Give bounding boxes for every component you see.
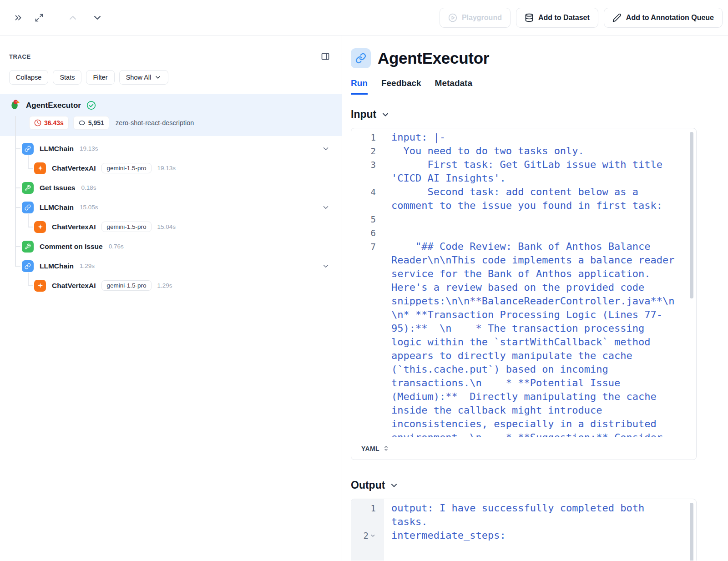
line-text: First task: Get GitLab issue with title … xyxy=(391,158,676,185)
show-all-label: Show All xyxy=(126,74,152,81)
line-number: 2 xyxy=(351,144,376,158)
output-code-viewer: 1 output: I have successfully completed … xyxy=(351,499,697,561)
chevron-down-icon xyxy=(92,12,103,23)
line-text: intermediate_steps: xyxy=(391,529,676,542)
playground-label: Playground xyxy=(462,14,502,22)
line-number: 7 xyxy=(351,240,376,437)
chevron-down-icon[interactable] xyxy=(322,203,330,212)
trace-node-comment-on-issue[interactable]: Comment on Issue 0.76s xyxy=(0,237,342,256)
chevron-down-icon[interactable] xyxy=(322,262,330,270)
line-number: 6 xyxy=(351,226,376,240)
node-duration: 15.05s xyxy=(80,204,98,211)
next-run-button[interactable] xyxy=(88,9,106,27)
trace-panel: TRACE Collapse Stats Filter Show All xyxy=(0,35,342,561)
line-number: 3 xyxy=(351,158,376,185)
node-name: Get Issues xyxy=(40,184,75,192)
database-icon xyxy=(525,13,534,22)
line-text: You need to do two tasks only. xyxy=(391,144,676,158)
output-code-area[interactable]: 1 output: I have successfully completed … xyxy=(351,499,696,561)
trace-tree: LLMChain 19.13s ChatVertexAI gemini-1.5-… xyxy=(0,139,342,295)
trace-node-llmchain-2[interactable]: LLMChain 15.05s xyxy=(0,197,342,217)
node-duration: 0.76s xyxy=(109,243,124,250)
fold-chevron-icon[interactable] xyxy=(370,533,376,539)
wrench-icon xyxy=(22,182,34,194)
output-section-header[interactable]: Output xyxy=(351,479,728,491)
show-all-dropdown[interactable]: Show All xyxy=(119,70,169,85)
code-line: 7 "## Code Review: Bank of Anthos Balanc… xyxy=(351,240,696,437)
chevron-down-icon xyxy=(381,110,390,119)
node-name: ChatVertexAI xyxy=(52,282,96,290)
scrollbar-thumb[interactable] xyxy=(690,503,693,561)
format-selector[interactable]: YAML xyxy=(351,437,696,460)
trace-node-llmchain-3[interactable]: LLMChain 1.29s xyxy=(0,256,342,276)
node-duration: 1.29s xyxy=(157,282,172,289)
add-to-annotation-queue-label: Add to Annotation Queue xyxy=(626,14,714,22)
detail-tabs: Run Feedback Metadata xyxy=(351,78,728,95)
node-name: ChatVertexAI xyxy=(52,223,96,231)
input-section-title: Input xyxy=(351,108,376,121)
filter-button[interactable]: Filter xyxy=(86,70,114,85)
line-number-value: 2 xyxy=(364,529,369,542)
pen-icon xyxy=(612,13,622,22)
node-name: LLMChain xyxy=(40,145,74,153)
add-to-annotation-queue-button[interactable]: Add to Annotation Queue xyxy=(604,8,723,28)
line-number: 1 xyxy=(351,501,376,529)
trace-root-row-agentexecutor[interactable]: AgentExecutor 36.43s 5,951 xyxy=(0,94,342,136)
code-line: 6 xyxy=(351,226,696,240)
llm-sparkle-icon xyxy=(34,162,46,174)
add-to-dataset-button[interactable]: Add to Dataset xyxy=(516,8,598,28)
run-detail-panel: AgentExecutor Run Feedback Metadata Inpu… xyxy=(342,35,728,561)
token-icon xyxy=(78,119,86,126)
filter-label: Filter xyxy=(93,74,107,81)
playground-button[interactable]: Playground xyxy=(440,8,511,28)
node-name: LLMChain xyxy=(40,203,74,212)
llm-sparkle-icon xyxy=(34,280,46,292)
scrollbar-thumb[interactable] xyxy=(690,132,693,298)
input-section-header[interactable]: Input xyxy=(351,108,728,121)
stats-button[interactable]: Stats xyxy=(53,70,81,85)
code-line: 1 input: |- xyxy=(351,131,696,144)
stats-label: Stats xyxy=(60,74,75,81)
tab-metadata[interactable]: Metadata xyxy=(435,78,472,95)
trace-node-llmchain-1[interactable]: LLMChain 19.13s xyxy=(0,139,342,158)
line-text: Second task: add content below as a comm… xyxy=(391,185,676,212)
page-title: AgentExecutor xyxy=(378,49,489,67)
sort-chevrons-icon xyxy=(383,445,389,452)
line-text: output: I have successfully completed bo… xyxy=(391,501,676,529)
token-count-badge: 5,951 xyxy=(73,116,109,130)
tab-feedback[interactable]: Feedback xyxy=(381,78,421,95)
code-line: 2 intermediate_steps: xyxy=(351,529,696,542)
trace-node-get-issues[interactable]: Get Issues 0.18s xyxy=(0,178,342,197)
tab-run[interactable]: Run xyxy=(351,78,368,95)
chevron-down-icon xyxy=(389,481,399,490)
code-line: 3 First task: Get GitLab issue with titl… xyxy=(351,158,696,185)
input-code-viewer: 1 input: |- 2 You need to do two tasks o… xyxy=(351,128,697,460)
maximize-icon xyxy=(35,13,44,22)
play-circle-icon xyxy=(448,13,457,22)
llm-sparkle-icon xyxy=(34,221,46,233)
node-duration: 19.13s xyxy=(80,145,98,152)
agent-type-tag: zero-shot-react-description xyxy=(116,119,194,126)
previous-run-button[interactable] xyxy=(64,9,82,27)
model-pill: gemini-1.5-pro xyxy=(101,163,151,173)
chain-link-icon xyxy=(22,143,34,155)
token-count-value: 5,951 xyxy=(88,119,104,126)
collapse-panel-button[interactable] xyxy=(9,9,27,27)
trace-node-chatvertexai-3[interactable]: ChatVertexAI gemini-1.5-pro 1.29s xyxy=(0,276,342,295)
toggle-side-panel-button[interactable] xyxy=(319,50,332,63)
collapse-button[interactable]: Collapse xyxy=(9,70,48,85)
line-text xyxy=(391,226,676,240)
line-number: 1 xyxy=(351,131,376,144)
chevron-down-icon[interactable] xyxy=(322,145,330,153)
parrot-icon xyxy=(10,99,20,111)
line-text xyxy=(391,212,676,226)
line-text: input: |- xyxy=(391,131,676,144)
model-pill: gemini-1.5-pro xyxy=(101,280,151,291)
trace-node-chatvertexai-1[interactable]: ChatVertexAI gemini-1.5-pro 19.13s xyxy=(0,158,342,178)
input-code-area[interactable]: 1 input: |- 2 You need to do two tasks o… xyxy=(351,128,696,437)
expand-fullscreen-button[interactable] xyxy=(30,9,48,27)
trace-node-chatvertexai-2[interactable]: ChatVertexAI gemini-1.5-pro 15.04s xyxy=(0,217,342,237)
line-text: "## Code Review: Bank of Anthos Balance … xyxy=(391,240,676,437)
duration-badge: 36.43s xyxy=(29,116,69,130)
top-toolbar: Playground Add to Dataset Add to Annotat… xyxy=(0,0,728,35)
